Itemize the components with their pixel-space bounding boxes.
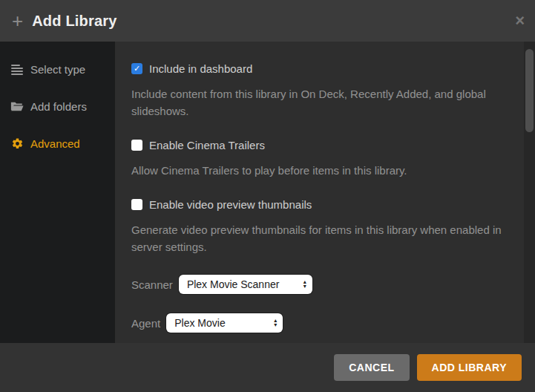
list-icon <box>10 64 24 76</box>
folder-open-icon <box>10 101 24 113</box>
include-in-dashboard-checkbox-row[interactable]: ✓ Include in dashboard <box>131 62 508 75</box>
scrollbar-thumb[interactable] <box>525 49 534 132</box>
plus-icon: + <box>12 11 23 30</box>
setting-description: Generate video preview thumbnails for it… <box>131 221 508 255</box>
gear-icon <box>10 138 24 150</box>
cancel-button[interactable]: CANCEL <box>334 354 409 381</box>
dialog-header: + Add Library × <box>0 0 535 42</box>
setting-description: Include content from this library in On … <box>131 85 508 120</box>
agent-select-row: Agent Plex Movie ▴▾ <box>131 313 508 333</box>
advanced-settings-panel: ✓ Include in dashboard Include content f… <box>115 42 535 343</box>
add-library-dialog: + Add Library × Select type Add folders <box>0 0 535 392</box>
setting-description: Allow Cinema Trailers to play before ite… <box>131 162 508 179</box>
sidebar-item-label: Add folders <box>30 100 87 113</box>
close-icon[interactable]: × <box>515 13 525 29</box>
enable-cinema-trailers-checkbox-row[interactable]: Enable Cinema Trailers <box>131 139 508 151</box>
sidebar-item-label: Advanced <box>30 137 80 150</box>
agent-select-value: Plex Movie <box>174 317 225 329</box>
sidebar-item-select-type[interactable]: Select type <box>0 55 115 84</box>
scrollbar-track[interactable] <box>524 42 535 343</box>
scanner-label: Scanner <box>131 278 173 291</box>
dialog-body: Select type Add folders Advanced <box>0 42 535 343</box>
checkbox-label: Enable Cinema Trailers <box>149 139 265 151</box>
agent-label: Agent <box>131 317 160 330</box>
sidebar-item-label: Select type <box>30 63 85 76</box>
scanner-select-value: Plex Movie Scanner <box>187 278 280 290</box>
checkbox-unchecked[interactable] <box>131 199 142 210</box>
sidebar-item-add-folders[interactable]: Add folders <box>0 92 115 121</box>
sidebar-item-advanced[interactable]: Advanced <box>0 129 115 158</box>
check-icon: ✓ <box>134 65 140 73</box>
checkbox-label: Include in dashboard <box>149 62 252 75</box>
enable-video-preview-thumbnails-checkbox-row[interactable]: Enable video preview thumbnails <box>131 198 508 211</box>
dialog-footer: CANCEL ADD LIBRARY <box>0 343 535 392</box>
select-stepper-icon: ▴▾ <box>303 280 306 289</box>
scanner-select[interactable]: Plex Movie Scanner ▴▾ <box>179 275 312 294</box>
dialog-title: Add Library <box>32 13 116 30</box>
scanner-select-row: Scanner Plex Movie Scanner ▴▾ <box>131 275 508 294</box>
checkbox-unchecked[interactable] <box>131 140 142 151</box>
checkbox-checked[interactable]: ✓ <box>131 63 142 74</box>
wizard-steps-sidebar: Select type Add folders Advanced <box>0 42 115 343</box>
agent-select[interactable]: Plex Movie ▴▾ <box>166 313 283 333</box>
add-library-button[interactable]: ADD LIBRARY <box>417 354 522 381</box>
checkbox-label: Enable video preview thumbnails <box>149 198 312 211</box>
select-stepper-icon: ▴▾ <box>274 318 277 327</box>
